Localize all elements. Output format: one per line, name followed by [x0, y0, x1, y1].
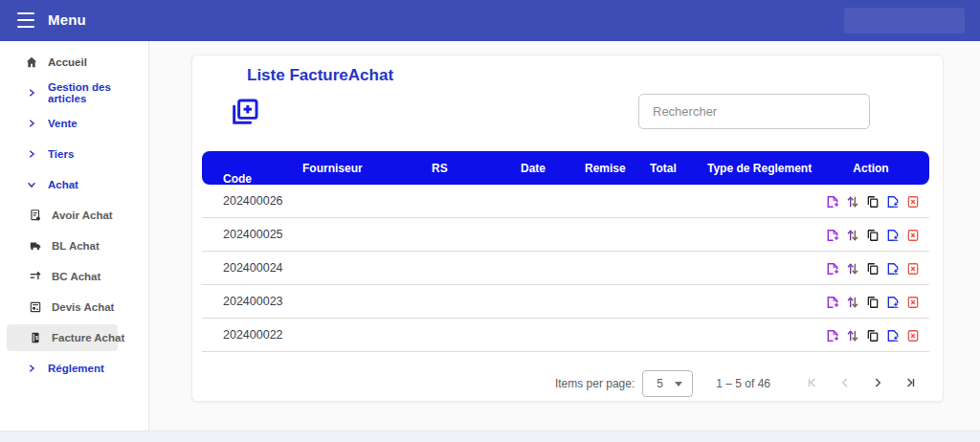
column-header-rs[interactable]: RS [432, 162, 448, 175]
first-page-button[interactable] [801, 372, 824, 395]
table-header: Code↓ Fourniseur RS Date Remise Total Ty… [202, 151, 929, 185]
sidebar-item-achat[interactable]: Achat [0, 169, 148, 200]
add-document-button[interactable] [886, 296, 900, 309]
facture-achat-card: Liste FactureAchat Code↓ Fourniseur RS D… [191, 55, 944, 402]
add-document-button[interactable] [886, 262, 900, 276]
sidebar-item-tiers[interactable]: Tiers [0, 139, 148, 169]
delete-button[interactable] [906, 262, 920, 276]
sidebar-item-label: BL Achat [52, 240, 100, 252]
copy-button[interactable] [866, 296, 880, 309]
edit-document-button[interactable] [826, 195, 839, 209]
import-export-button[interactable] [846, 229, 859, 242]
table-row: 202400023 [202, 285, 929, 319]
quote-document-icon [29, 300, 42, 314]
page-title: Liste FactureAchat [247, 66, 393, 85]
sidebar-item-devis-achat[interactable]: Devis Achat [0, 292, 148, 322]
edit-document-icon [826, 296, 839, 309]
first-page-icon [806, 376, 819, 392]
sidebar-item-facture-achat[interactable]: $ Facture Achat [0, 322, 148, 353]
edit-document-button[interactable] [826, 229, 839, 242]
column-header-fournisseur[interactable]: Fourniseur [302, 162, 363, 175]
sidebar-item-accueil[interactable]: Accueil [0, 47, 148, 77]
edit-document-button[interactable] [826, 262, 839, 276]
hamburger-menu-icon[interactable] [17, 12, 34, 28]
delete-box-icon [906, 229, 920, 242]
last-page-button[interactable] [899, 372, 922, 395]
import-export-button[interactable] [846, 195, 859, 209]
row-actions [826, 185, 920, 218]
range-label: 1 – 5 of 46 [716, 377, 770, 390]
chevron-right-icon [25, 149, 38, 159]
sidebar-item-label: Gestion des articles [48, 81, 148, 104]
add-document-icon [886, 329, 900, 343]
edit-document-icon [826, 195, 839, 209]
import-export-button[interactable] [846, 262, 859, 276]
copy-button[interactable] [866, 262, 880, 276]
sidebar-item-label: Réglement [48, 363, 104, 374]
column-header-date[interactable]: Date [521, 162, 546, 175]
delete-box-icon [906, 195, 920, 209]
copy-button[interactable] [866, 195, 880, 209]
sidebar-item-avoir-achat[interactable]: Avoir Achat [0, 200, 148, 231]
add-document-button[interactable] [886, 229, 900, 242]
invoice-icon: $ [29, 331, 42, 344]
edit-document-button[interactable] [826, 296, 839, 309]
sidebar-item-vente[interactable]: Vente [0, 108, 148, 139]
edit-document-button[interactable] [826, 329, 839, 343]
delete-button[interactable] [906, 229, 920, 242]
copy-button[interactable] [866, 229, 880, 242]
sidebar-item-gestion-des-articles[interactable]: Gestion des articles [0, 77, 148, 108]
navbar-right-panel[interactable] [844, 8, 965, 33]
table-body: 202400026 202400025 [202, 185, 929, 352]
import-export-icon [846, 195, 859, 209]
import-export-icon [846, 262, 859, 276]
add-document-button[interactable] [886, 195, 900, 209]
add-document-button[interactable] [886, 329, 900, 343]
navbar-title: Menu [48, 11, 86, 28]
cell-code: 202400026 [223, 194, 283, 208]
import-export-button[interactable] [846, 329, 859, 343]
row-actions [826, 218, 920, 252]
import-export-button[interactable] [846, 296, 859, 309]
table-row: 202400022 [202, 319, 929, 352]
sidebar-item-label: Facture Achat [52, 332, 124, 343]
top-navbar: Menu [0, 0, 980, 41]
page-size-select[interactable]: 5 [642, 370, 693, 397]
add-document-icon [886, 195, 900, 209]
delete-button[interactable] [906, 329, 920, 343]
search-input[interactable] [638, 94, 870, 129]
copy-icon [866, 195, 880, 209]
cell-code: 202400022 [223, 328, 283, 342]
paginator: Items per page: 5 1 – 5 of 46 [555, 368, 922, 399]
sidebar-item-bc-achat[interactable]: BC Achat [0, 261, 148, 292]
edit-document-icon [826, 329, 839, 343]
copy-icon [866, 262, 880, 276]
sidebar-item-bl-achat[interactable]: BL Achat [0, 231, 148, 261]
horizontal-scrollbar[interactable] [0, 431, 980, 442]
import-export-icon [846, 329, 859, 343]
delete-button[interactable] [906, 296, 920, 309]
previous-page-button[interactable] [834, 372, 857, 395]
sidebar-item-reglement[interactable]: Réglement [0, 353, 148, 384]
sidebar-item-label: Tiers [48, 148, 74, 160]
copy-button[interactable] [866, 329, 880, 343]
import-export-icon [846, 296, 859, 309]
home-icon [25, 55, 38, 69]
table-row: 202400024 [202, 252, 929, 285]
column-header-remise[interactable]: Remise [585, 162, 626, 175]
chevron-right-icon [871, 376, 884, 392]
next-page-button[interactable] [866, 372, 889, 395]
delete-button[interactable] [906, 195, 920, 209]
column-header-total[interactable]: Total [650, 162, 677, 175]
add-facture-button[interactable] [228, 96, 262, 130]
column-header-type-de-reglement[interactable]: Type de Reglement [707, 162, 812, 175]
items-per-page-label: Items per page: [555, 377, 635, 390]
import-export-icon [846, 229, 859, 242]
sort-desc-icon: ↓ [229, 172, 234, 186]
cell-code: 202400023 [223, 295, 283, 308]
sidebar-item-label: Accueil [48, 56, 87, 68]
truck-icon [29, 239, 42, 253]
sidebar-item-label: Avoir Achat [52, 210, 113, 221]
svg-text:$: $ [35, 335, 38, 341]
last-page-icon [903, 376, 917, 392]
